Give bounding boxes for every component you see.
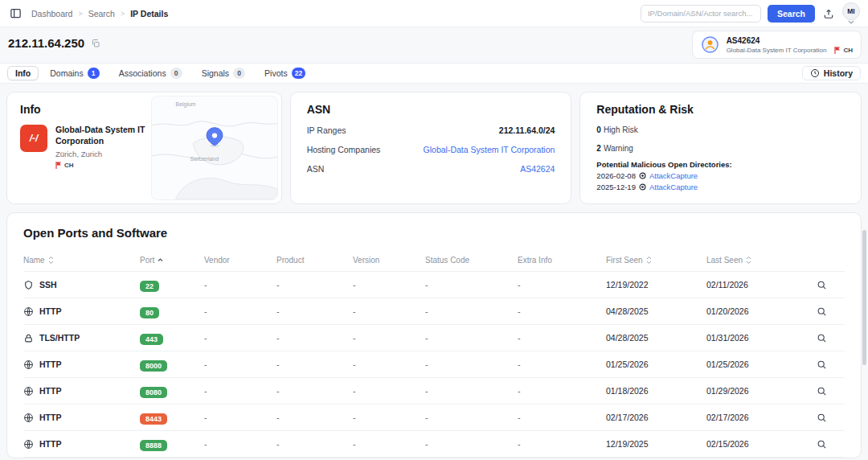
row-search-button[interactable] [814, 331, 829, 346]
port-name-cell: HTTP [23, 359, 140, 370]
extra-info-cell: - [518, 386, 606, 396]
info-card: Info /-/ Global-Data System IT Corporati… [6, 92, 282, 204]
column-header-version[interactable]: Version [353, 256, 425, 265]
column-header-name[interactable]: Name [23, 256, 140, 265]
version-cell: - [353, 439, 425, 449]
breadcrumb-item-search[interactable]: Search [88, 9, 115, 18]
user-menu[interactable]: MI [842, 2, 860, 24]
asn-row-value: 212.11.64.0/24 [499, 125, 555, 135]
history-label: History [824, 68, 853, 78]
row-actions [799, 277, 845, 293]
location-map[interactable]: Belgium Switzerland [151, 96, 278, 200]
row-search-button[interactable] [814, 277, 829, 293]
column-header-vendor[interactable]: Vendor [204, 256, 276, 265]
asn-row-value-link[interactable]: Global-Data System IT Corporation [424, 145, 555, 154]
asn-row-value-link[interactable]: AS42624 [520, 164, 555, 174]
column-header-extra-info[interactable]: Extra Info [518, 256, 606, 265]
copy-ip-button[interactable] [89, 37, 102, 50]
port-cell: 22 [140, 277, 204, 292]
table-row: SSH22-----12/19/202202/11/2026 [23, 272, 845, 298]
port-cell: 8888 [140, 437, 204, 451]
port-badge: 8443 [140, 413, 167, 425]
first-seen-cell: 04/28/2025 [606, 306, 706, 316]
status-code-cell: - [425, 413, 518, 422]
first-seen-cell: 01/25/2026 [606, 359, 706, 369]
sidebar-toggle-button[interactable] [8, 6, 23, 21]
tab-info[interactable]: Info [7, 66, 39, 80]
vertical-scrollbar[interactable] [862, 230, 866, 365]
row-search-button[interactable] [814, 384, 829, 399]
port-badge: 80 [140, 307, 159, 318]
extra-info-cell: - [518, 439, 606, 449]
row-search-button[interactable] [814, 357, 829, 372]
port-cell: 443 [140, 331, 204, 345]
topbar: Dashboard > Search > IP Details Search M… [0, 0, 868, 27]
tab-signals[interactable]: Signals0 [194, 65, 253, 81]
product-cell: - [276, 439, 353, 449]
version-cell: - [353, 306, 425, 316]
product-cell: - [276, 359, 353, 369]
history-button[interactable]: History [802, 66, 861, 80]
reputation-card-title: Reputation & Risk [596, 103, 845, 116]
last-seen-cell: 02/11/2026 [706, 280, 799, 290]
high-risk-label: High Risk [604, 125, 638, 134]
asn-number: AS42624 [727, 36, 853, 45]
breadcrumb-item-current: IP Details [130, 9, 168, 18]
port-name-cell: TLS/HTTP [23, 333, 140, 343]
map-graphic: Belgium Switzerland [152, 97, 277, 199]
flag-icon [55, 162, 62, 169]
port-name: TLS/HTTP [39, 333, 80, 343]
search-button[interactable]: Search [768, 5, 815, 23]
topbar-actions: Search MI [641, 2, 860, 24]
breadcrumb-separator: > [121, 10, 125, 18]
ssh-icon [23, 280, 34, 290]
row-search-button[interactable] [814, 410, 829, 425]
tab-domains[interactable]: Domains1 [42, 65, 107, 81]
breadcrumb-item-dashboard[interactable]: Dashboard [31, 9, 72, 18]
warning-line: 2Warning [596, 144, 845, 153]
port-badge: 443 [140, 334, 163, 345]
column-label: Port [140, 256, 154, 265]
map-label: Switzerland [190, 156, 219, 162]
row-search-button[interactable] [814, 437, 829, 452]
vendor-cell: - [204, 306, 276, 316]
asn-card-title: ASN [307, 103, 555, 116]
export-button[interactable] [821, 6, 836, 21]
search-icon [817, 413, 827, 423]
breadcrumb: Dashboard > Search > IP Details [31, 9, 168, 18]
column-header-last-seen[interactable]: Last Seen [706, 256, 799, 265]
search-icon [817, 306, 827, 317]
last-seen-cell: 01/29/2026 [706, 386, 799, 396]
row-search-button[interactable] [814, 304, 829, 319]
globe-icon [23, 386, 34, 396]
asn-summary-card[interactable]: AS42624 Global-Data System IT Corporatio… [692, 31, 862, 59]
entry-source-link[interactable]: AttackCapture [649, 183, 698, 191]
globe-icon [23, 306, 34, 317]
tab-associations[interactable]: Associations0 [111, 65, 190, 81]
column-header-port[interactable]: Port [140, 256, 204, 265]
column-header-first-seen[interactable]: First Seen [606, 256, 706, 265]
column-header-product[interactable]: Product [276, 256, 353, 265]
extra-info-cell: - [518, 306, 606, 316]
chevron-down-icon [848, 20, 854, 24]
vendor-cell: - [204, 386, 276, 396]
search-icon [817, 359, 827, 370]
port-name: HTTP [39, 306, 61, 316]
tab-pivots[interactable]: Pivots22 [256, 65, 313, 81]
asn-rows: IP Ranges212.11.64.0/24Hosting Companies… [307, 125, 555, 174]
avatar[interactable]: MI [842, 2, 860, 20]
reputation-entries: 2026-02-08AttackCapture2025-12-19AttackC… [596, 171, 845, 191]
breadcrumb-separator: > [78, 10, 82, 18]
tab-label: Signals [202, 68, 229, 78]
search-input[interactable] [641, 5, 761, 23]
open-ports-title: Open Ports and Software [23, 226, 845, 240]
product-cell: - [276, 386, 353, 396]
column-header-status-code[interactable]: Status Code [425, 256, 518, 265]
last-seen-cell: 01/20/2026 [706, 306, 799, 316]
globe-icon [23, 413, 34, 423]
map-label: Belgium [175, 101, 195, 108]
vendor-cell: - [204, 413, 276, 422]
reputation-entry: 2025-12-19AttackCapture [596, 183, 845, 191]
entry-source-link[interactable]: AttackCapture [649, 171, 698, 180]
port-name: HTTP [39, 386, 61, 396]
